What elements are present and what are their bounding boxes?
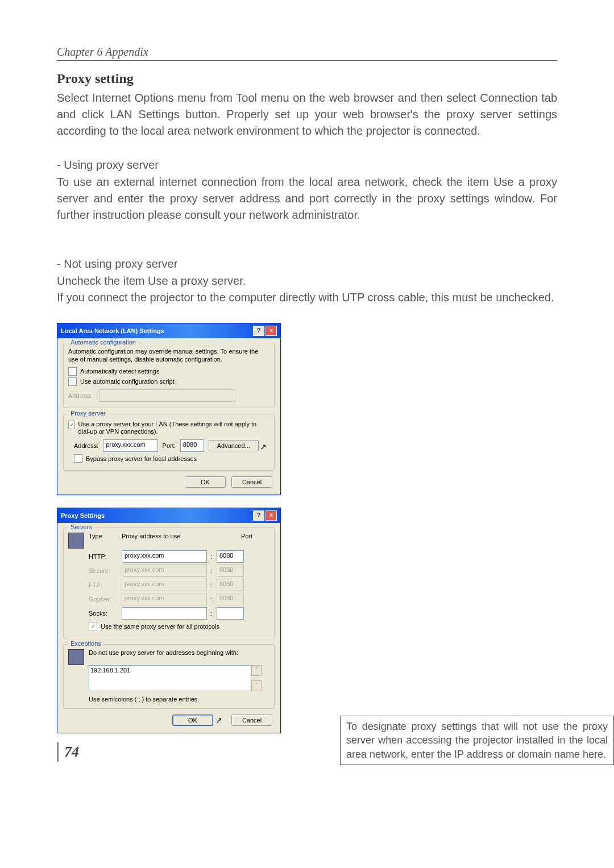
servers-group: Servers Type Proxy address to use Port H… [63,528,275,638]
server-row-address-input: proxy.xxx.com [122,564,207,577]
server-row-port-input[interactable] [217,607,244,620]
ok-button[interactable]: OK [172,715,213,726]
colon: : [210,553,213,560]
subsection-not-using-proxy-line1: Uncheck the item Use a proxy server. [57,273,557,289]
cancel-button[interactable]: Cancel [231,715,272,726]
subsection-not-using-proxy-line2: If you connect the projector to the comp… [57,289,557,306]
section-title: Proxy setting [57,71,557,86]
exceptions-group-title: Exceptions [68,640,103,647]
auto-script-checkbox[interactable] [68,377,77,386]
ok-button[interactable]: OK [185,476,226,488]
dialog-title-text: Local Area Network (LAN) Settings [61,327,164,334]
exceptions-icon [68,649,84,665]
server-row-port-input: 8080 [217,593,244,605]
auto-config-desc: Automatic configuration may override man… [68,348,269,364]
address-label-disabled: Address [68,392,94,399]
cursor-icon [260,443,266,452]
help-icon[interactable]: ? [253,510,264,521]
colon: : [210,596,213,603]
auto-script-address-input [99,389,235,402]
proxy-server-group-title: Proxy server [68,410,108,417]
same-proxy-label: Use the same proxy server for all protoc… [101,623,219,630]
server-row-port-input: 8080 [217,564,244,577]
server-row-address-input: proxy.xxx.com [122,579,207,591]
subsection-not-using-proxy-title: - Not using proxy server [57,258,557,271]
server-row: FTP:proxy.xxx.com:8080 [89,579,269,591]
chapter-header: Chapter 6 Appendix [57,45,557,61]
scroll-up-icon[interactable]: ˄ [251,665,262,676]
servers-group-title: Servers [68,524,94,530]
proxy-address-input[interactable]: proxy.xxx.com [103,439,157,452]
dialog-titlebar: Local Area Network (LAN) Settings ? × [57,323,280,338]
proxy-port-label: Port: [163,442,176,449]
colon: : [210,610,213,617]
auto-config-group: Automatic configuration Automatic config… [63,343,275,408]
subsection-using-proxy-body: To use an external internet connection f… [57,174,557,223]
exceptions-hint: Use semicolons ( ; ) to separate entries… [89,696,269,703]
dialog-titlebar: Proxy Settings ? × [57,508,280,523]
close-icon[interactable]: × [265,510,277,521]
server-row: Gopher:proxy.xxx.com:8080 [89,593,269,605]
server-row: Socks:: [89,607,269,620]
col-type: Type [89,533,118,539]
exceptions-input[interactable]: 192.168.1.201 [89,665,251,691]
use-proxy-checkbox[interactable]: ✓ [68,421,75,429]
auto-detect-label: Automatically detect settings [80,368,159,375]
bypass-local-checkbox[interactable] [74,454,82,463]
server-row-label: FTP: [89,582,118,588]
use-proxy-label: Use a proxy server for your LAN (These s… [78,421,269,437]
subsection-using-proxy-title: - Using proxy server [57,159,557,172]
auto-detect-checkbox[interactable] [68,367,77,376]
cancel-button[interactable]: Cancel [231,476,272,488]
server-row-address-input[interactable] [122,607,207,620]
col-port: Port [241,533,269,539]
exceptions-label: Do not use proxy server for addresses be… [89,649,238,656]
server-icon [68,533,84,549]
bypass-local-label: Bypass proxy server for local addresses [86,455,197,462]
dialog-title-text: Proxy Settings [61,512,105,519]
server-row-port-input[interactable]: 8080 [217,550,244,563]
server-row: Secure:proxy.xxx.com:8080 [89,564,269,577]
close-icon[interactable]: × [265,326,277,336]
colon: : [210,582,213,588]
intro-paragraph: Select Internet Options menu from Tool m… [57,90,557,139]
same-proxy-checkbox[interactable]: ✓ [89,622,97,630]
proxy-port-input[interactable]: 8080 [180,439,204,452]
proxy-server-group: Proxy server ✓ Use a proxy server for yo… [63,414,275,471]
exceptions-group: Exceptions Do not use proxy server for a… [63,644,275,709]
help-icon[interactable]: ? [253,326,264,336]
server-row-label: HTTP: [89,553,118,560]
scroll-down-icon[interactable]: ˅ [251,680,262,691]
server-row-label: Socks: [89,610,118,617]
server-row-label: Secure: [89,567,118,574]
cursor-icon [215,717,222,726]
server-row-address-input: proxy.xxx.com [122,593,207,605]
lan-settings-dialog: Local Area Network (LAN) Settings ? × Au… [57,323,281,495]
auto-script-label: Use automatic configuration script [80,378,175,385]
col-address: Proxy address to use [122,533,234,539]
proxy-address-label: Address: [74,442,98,449]
server-row-label: Gopher: [89,596,118,603]
auto-config-group-title: Automatic configuration [68,339,138,346]
colon: : [210,567,213,574]
server-row-address-input[interactable]: proxy.xxx.com [122,550,207,563]
proxy-settings-dialog: Proxy Settings ? × Servers Type Proxy ad… [57,508,281,733]
advanced-button[interactable]: Advanced... [209,440,259,451]
exceptions-callout: To designate proxy settings that will no… [340,716,614,765]
server-row: HTTP:proxy.xxx.com:8080 [89,550,269,563]
server-row-port-input: 8080 [217,579,244,591]
